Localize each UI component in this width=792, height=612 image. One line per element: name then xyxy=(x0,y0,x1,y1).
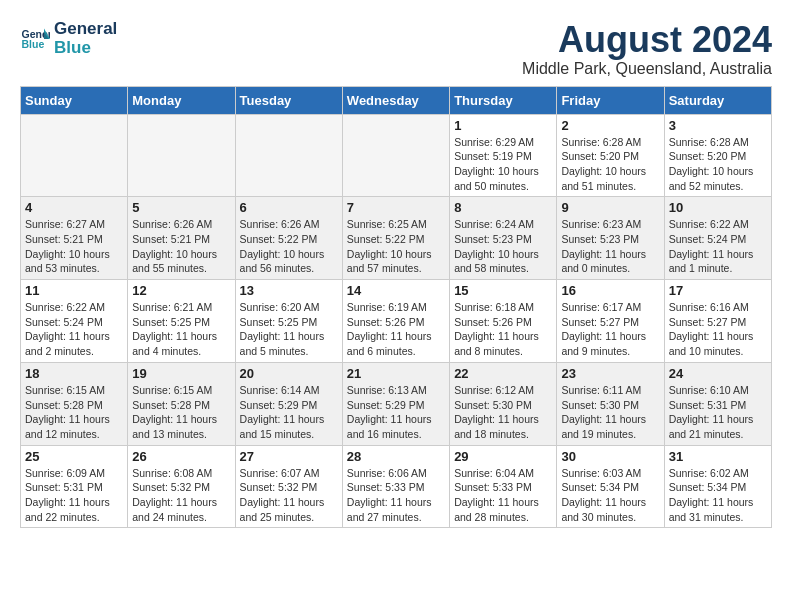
calendar-day: 28Sunrise: 6:06 AMSunset: 5:33 PMDayligh… xyxy=(342,445,449,528)
calendar-week-3: 11Sunrise: 6:22 AMSunset: 5:24 PMDayligh… xyxy=(21,280,772,363)
day-info: Sunrise: 6:26 AMSunset: 5:22 PMDaylight:… xyxy=(240,217,338,276)
weekday-header-row: SundayMondayTuesdayWednesdayThursdayFrid… xyxy=(21,86,772,114)
day-number: 13 xyxy=(240,283,338,298)
calendar-day: 27Sunrise: 6:07 AMSunset: 5:32 PMDayligh… xyxy=(235,445,342,528)
calendar-day: 7Sunrise: 6:25 AMSunset: 5:22 PMDaylight… xyxy=(342,197,449,280)
day-number: 7 xyxy=(347,200,445,215)
calendar-day xyxy=(128,114,235,197)
title-block: August 2024 Middle Park, Queensland, Aus… xyxy=(522,20,772,78)
calendar-week-5: 25Sunrise: 6:09 AMSunset: 5:31 PMDayligh… xyxy=(21,445,772,528)
day-number: 3 xyxy=(669,118,767,133)
day-info: Sunrise: 6:10 AMSunset: 5:31 PMDaylight:… xyxy=(669,383,767,442)
day-info: Sunrise: 6:15 AMSunset: 5:28 PMDaylight:… xyxy=(25,383,123,442)
day-number: 24 xyxy=(669,366,767,381)
calendar-day: 10Sunrise: 6:22 AMSunset: 5:24 PMDayligh… xyxy=(664,197,771,280)
day-info: Sunrise: 6:19 AMSunset: 5:26 PMDaylight:… xyxy=(347,300,445,359)
day-info: Sunrise: 6:12 AMSunset: 5:30 PMDaylight:… xyxy=(454,383,552,442)
calendar-day: 21Sunrise: 6:13 AMSunset: 5:29 PMDayligh… xyxy=(342,362,449,445)
calendar-day: 31Sunrise: 6:02 AMSunset: 5:34 PMDayligh… xyxy=(664,445,771,528)
day-number: 18 xyxy=(25,366,123,381)
weekday-header-thursday: Thursday xyxy=(450,86,557,114)
day-info: Sunrise: 6:25 AMSunset: 5:22 PMDaylight:… xyxy=(347,217,445,276)
calendar-day: 29Sunrise: 6:04 AMSunset: 5:33 PMDayligh… xyxy=(450,445,557,528)
calendar-day: 8Sunrise: 6:24 AMSunset: 5:23 PMDaylight… xyxy=(450,197,557,280)
day-info: Sunrise: 6:09 AMSunset: 5:31 PMDaylight:… xyxy=(25,466,123,525)
day-number: 28 xyxy=(347,449,445,464)
day-number: 14 xyxy=(347,283,445,298)
calendar-day: 6Sunrise: 6:26 AMSunset: 5:22 PMDaylight… xyxy=(235,197,342,280)
logo-icon: General Blue xyxy=(20,25,50,53)
logo-text-general: General xyxy=(54,20,117,39)
day-number: 21 xyxy=(347,366,445,381)
calendar-day: 20Sunrise: 6:14 AMSunset: 5:29 PMDayligh… xyxy=(235,362,342,445)
calendar-day: 16Sunrise: 6:17 AMSunset: 5:27 PMDayligh… xyxy=(557,280,664,363)
svg-text:Blue: Blue xyxy=(22,38,45,50)
day-info: Sunrise: 6:04 AMSunset: 5:33 PMDaylight:… xyxy=(454,466,552,525)
day-info: Sunrise: 6:21 AMSunset: 5:25 PMDaylight:… xyxy=(132,300,230,359)
day-number: 25 xyxy=(25,449,123,464)
day-info: Sunrise: 6:18 AMSunset: 5:26 PMDaylight:… xyxy=(454,300,552,359)
calendar-day: 3Sunrise: 6:28 AMSunset: 5:20 PMDaylight… xyxy=(664,114,771,197)
calendar-week-2: 4Sunrise: 6:27 AMSunset: 5:21 PMDaylight… xyxy=(21,197,772,280)
day-number: 22 xyxy=(454,366,552,381)
day-info: Sunrise: 6:27 AMSunset: 5:21 PMDaylight:… xyxy=(25,217,123,276)
day-number: 31 xyxy=(669,449,767,464)
day-info: Sunrise: 6:29 AMSunset: 5:19 PMDaylight:… xyxy=(454,135,552,194)
calendar-table: SundayMondayTuesdayWednesdayThursdayFrid… xyxy=(20,86,772,529)
day-info: Sunrise: 6:22 AMSunset: 5:24 PMDaylight:… xyxy=(25,300,123,359)
day-info: Sunrise: 6:28 AMSunset: 5:20 PMDaylight:… xyxy=(561,135,659,194)
calendar-week-1: 1Sunrise: 6:29 AMSunset: 5:19 PMDaylight… xyxy=(21,114,772,197)
calendar-day: 22Sunrise: 6:12 AMSunset: 5:30 PMDayligh… xyxy=(450,362,557,445)
location: Middle Park, Queensland, Australia xyxy=(522,60,772,78)
day-number: 17 xyxy=(669,283,767,298)
day-number: 16 xyxy=(561,283,659,298)
calendar-day: 14Sunrise: 6:19 AMSunset: 5:26 PMDayligh… xyxy=(342,280,449,363)
day-info: Sunrise: 6:17 AMSunset: 5:27 PMDaylight:… xyxy=(561,300,659,359)
day-info: Sunrise: 6:20 AMSunset: 5:25 PMDaylight:… xyxy=(240,300,338,359)
day-number: 27 xyxy=(240,449,338,464)
day-number: 10 xyxy=(669,200,767,215)
weekday-header-tuesday: Tuesday xyxy=(235,86,342,114)
day-number: 2 xyxy=(561,118,659,133)
day-number: 6 xyxy=(240,200,338,215)
day-info: Sunrise: 6:16 AMSunset: 5:27 PMDaylight:… xyxy=(669,300,767,359)
calendar-day: 5Sunrise: 6:26 AMSunset: 5:21 PMDaylight… xyxy=(128,197,235,280)
calendar-day: 11Sunrise: 6:22 AMSunset: 5:24 PMDayligh… xyxy=(21,280,128,363)
day-info: Sunrise: 6:24 AMSunset: 5:23 PMDaylight:… xyxy=(454,217,552,276)
calendar-day xyxy=(342,114,449,197)
day-info: Sunrise: 6:08 AMSunset: 5:32 PMDaylight:… xyxy=(132,466,230,525)
day-info: Sunrise: 6:13 AMSunset: 5:29 PMDaylight:… xyxy=(347,383,445,442)
day-number: 26 xyxy=(132,449,230,464)
weekday-header-monday: Monday xyxy=(128,86,235,114)
calendar-week-4: 18Sunrise: 6:15 AMSunset: 5:28 PMDayligh… xyxy=(21,362,772,445)
logo: General Blue General Blue xyxy=(20,20,117,57)
day-number: 30 xyxy=(561,449,659,464)
calendar-day: 13Sunrise: 6:20 AMSunset: 5:25 PMDayligh… xyxy=(235,280,342,363)
calendar-day: 24Sunrise: 6:10 AMSunset: 5:31 PMDayligh… xyxy=(664,362,771,445)
day-info: Sunrise: 6:06 AMSunset: 5:33 PMDaylight:… xyxy=(347,466,445,525)
day-number: 19 xyxy=(132,366,230,381)
calendar-day xyxy=(21,114,128,197)
day-info: Sunrise: 6:28 AMSunset: 5:20 PMDaylight:… xyxy=(669,135,767,194)
day-info: Sunrise: 6:14 AMSunset: 5:29 PMDaylight:… xyxy=(240,383,338,442)
calendar-day xyxy=(235,114,342,197)
month-year: August 2024 xyxy=(522,20,772,60)
calendar-day: 18Sunrise: 6:15 AMSunset: 5:28 PMDayligh… xyxy=(21,362,128,445)
day-info: Sunrise: 6:15 AMSunset: 5:28 PMDaylight:… xyxy=(132,383,230,442)
calendar-day: 2Sunrise: 6:28 AMSunset: 5:20 PMDaylight… xyxy=(557,114,664,197)
day-number: 23 xyxy=(561,366,659,381)
calendar-day: 1Sunrise: 6:29 AMSunset: 5:19 PMDaylight… xyxy=(450,114,557,197)
day-info: Sunrise: 6:11 AMSunset: 5:30 PMDaylight:… xyxy=(561,383,659,442)
calendar-day: 23Sunrise: 6:11 AMSunset: 5:30 PMDayligh… xyxy=(557,362,664,445)
day-number: 1 xyxy=(454,118,552,133)
calendar-day: 17Sunrise: 6:16 AMSunset: 5:27 PMDayligh… xyxy=(664,280,771,363)
day-number: 9 xyxy=(561,200,659,215)
weekday-header-sunday: Sunday xyxy=(21,86,128,114)
day-info: Sunrise: 6:23 AMSunset: 5:23 PMDaylight:… xyxy=(561,217,659,276)
day-info: Sunrise: 6:22 AMSunset: 5:24 PMDaylight:… xyxy=(669,217,767,276)
weekday-header-saturday: Saturday xyxy=(664,86,771,114)
calendar-day: 26Sunrise: 6:08 AMSunset: 5:32 PMDayligh… xyxy=(128,445,235,528)
day-number: 4 xyxy=(25,200,123,215)
calendar-day: 30Sunrise: 6:03 AMSunset: 5:34 PMDayligh… xyxy=(557,445,664,528)
day-number: 15 xyxy=(454,283,552,298)
